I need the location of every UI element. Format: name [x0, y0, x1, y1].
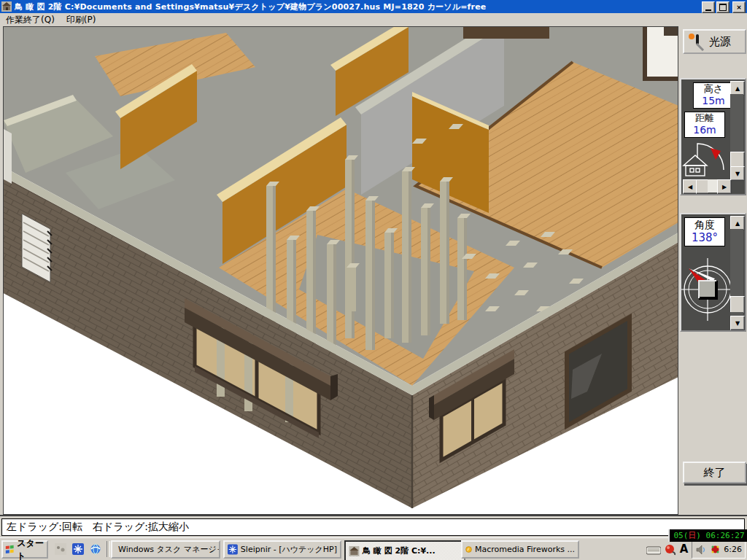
quicklaunch-browser[interactable] [88, 541, 104, 557]
light-source-label: 光源 [709, 35, 731, 49]
distance-scroll-track[interactable] [708, 179, 717, 192]
volume-tray-icon[interactable] [695, 545, 707, 555]
distance-scroll-left[interactable]: ◀ [683, 179, 697, 194]
bird-view-3d-canvas[interactable] [3, 26, 678, 515]
bird-view-app-icon [349, 546, 360, 556]
height-label: 高さ [694, 83, 733, 95]
close-icon: × [736, 4, 742, 11]
angle-label: 角度 [685, 218, 724, 231]
distance-readout: 距離 16m [684, 112, 725, 138]
house-glyph [684, 155, 707, 176]
angle-scroll-down[interactable]: ▼ [730, 316, 745, 330]
restore-icon [719, 4, 727, 11]
trackball-tray-icon[interactable] [665, 544, 676, 556]
height-value: 15m [694, 95, 733, 106]
start-button[interactable]: スタート [1, 540, 48, 559]
system-tray: A 6:26 [646, 540, 747, 559]
angle-scroll-thumb[interactable] [730, 296, 745, 314]
task-label: Sleipnir - [ハウテックHP] [241, 544, 337, 555]
height-scroll-thumb[interactable] [730, 152, 745, 168]
taskbar: スタート Windows タスク マネージャ Sleipni [0, 537, 747, 560]
height-scroll-down[interactable]: ▼ [730, 166, 745, 181]
exit-button-label: 終了 [704, 466, 726, 480]
compass-dial[interactable] [681, 248, 732, 330]
internet-icon [90, 543, 101, 555]
house-3d-view [4, 27, 678, 514]
light-source-button[interactable]: 光源 [683, 29, 746, 54]
clock-day: 日 [688, 530, 696, 541]
distance-value: 16m [685, 124, 724, 136]
menu-item-exit-work[interactable]: 作業終了(Q) [0, 13, 61, 27]
angle-readout: 角度 138° [684, 217, 725, 246]
quicklaunch-show-desktop[interactable] [53, 541, 69, 557]
camera-arc-diagram [681, 138, 732, 179]
task-label: Macromedia Fireworks ... [475, 545, 575, 554]
menu-item-print[interactable]: 印刷(P) [61, 13, 102, 27]
tray-clock-box: 6:26 [692, 540, 746, 559]
angle-value: 138° [685, 231, 724, 244]
exit-button[interactable]: 終了 [683, 462, 746, 483]
minimize-icon [705, 9, 711, 11]
restore-button[interactable] [716, 1, 729, 13]
app-window-icon [1, 1, 12, 12]
height-distance-panel: 高さ 15m 距離 16m ▲ ▼ ◀ ▶ [680, 78, 746, 195]
quicklaunch-sleipnir[interactable] [70, 541, 86, 557]
height-readout: 高さ 15m [693, 82, 734, 109]
start-label: スタート [17, 537, 47, 560]
clock-time: ) 06:26:27 [696, 531, 744, 540]
ime-indicator[interactable]: A [680, 544, 689, 555]
task-label: Windows タスク マネージャ [118, 544, 220, 555]
taskbar-separator [107, 541, 110, 557]
menubar: 作業終了(Q) 印刷(P) [0, 13, 747, 26]
sleipnir-icon [228, 544, 238, 555]
task-button-sleipnir[interactable]: Sleipnir - [ハウテックHP] [223, 540, 341, 559]
titlebar[interactable]: 鳥 瞰 図 2階 C:¥Documents and Settings¥matsu… [0, 0, 747, 13]
fireworks-icon: f [465, 544, 472, 555]
dark-brown-wall-top [463, 27, 549, 39]
angle-panel: 角度 138° ▲ ▼ [680, 213, 746, 332]
camera-direction-arrow [711, 148, 721, 160]
minimize-button[interactable] [702, 1, 715, 13]
task-button-fireworks[interactable]: f Macromedia Fireworks ... [461, 540, 579, 559]
height-scroll-up[interactable]: ▲ [730, 81, 745, 96]
compass-center-knob [699, 281, 716, 298]
left-edge-window [4, 129, 12, 184]
distance-label: 距離 [685, 112, 724, 124]
white-corner-wall [643, 27, 678, 81]
app-tray-icon[interactable] [710, 544, 721, 555]
show-desktop-icon [55, 543, 66, 555]
desktop: { "window": { "title": "鳥 瞰 図 2階 C:¥Docu… [0, 0, 747, 560]
status-hint: 左ドラッグ:回転 右ドラッグ:拡大縮小 [1, 518, 745, 536]
keyboard-tray-icon[interactable] [646, 545, 661, 555]
sleipnir-icon [72, 543, 84, 555]
angle-scroll-up[interactable]: ▲ [730, 216, 745, 230]
clock-date: 05( [673, 531, 688, 540]
window-title: 鳥 瞰 図 2階 C:¥Documents and Settings¥matsu… [15, 1, 487, 12]
task-button-taskmanager[interactable]: Windows タスク マネージャ [111, 540, 220, 559]
distance-scroll-right[interactable]: ▶ [717, 179, 732, 194]
angle-scroll-track[interactable] [730, 229, 743, 296]
light-source-icon [687, 32, 705, 51]
windows-logo-icon [5, 545, 15, 555]
status-bar: 左ドラッグ:回転 右ドラッグ:拡大縮小 [0, 515, 747, 537]
height-scroll-track[interactable] [730, 94, 743, 152]
tray-time[interactable]: 6:26 [724, 545, 742, 554]
task-label: 鳥 瞰 図 2階 C:¥... [363, 545, 436, 556]
clock-overlay: 05(日) 06:26:27 [668, 529, 747, 542]
task-button-birdview-active[interactable]: 鳥 瞰 図 2階 C:¥... [344, 540, 465, 560]
close-button[interactable]: × [732, 1, 746, 13]
